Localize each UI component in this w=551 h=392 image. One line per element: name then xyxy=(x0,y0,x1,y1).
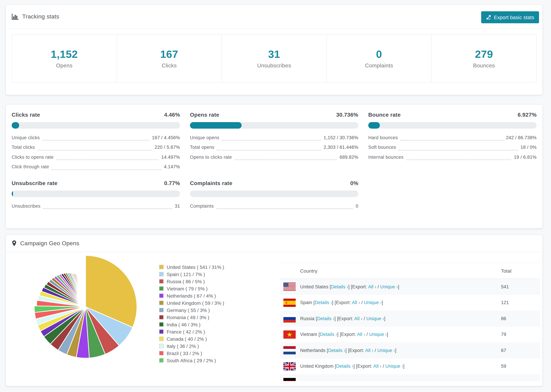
export-basic-stats-button[interactable]: Export basic stats xyxy=(481,11,539,23)
flag-vn-icon xyxy=(283,330,296,339)
legend-item[interactable]: Brazil ( 33 / 2% ) xyxy=(159,350,224,357)
export-unique-link[interactable]: Unique › xyxy=(380,284,398,289)
export-unique-link[interactable]: Unique › xyxy=(377,348,395,353)
country-name: Spain xyxy=(300,300,313,305)
legend-item[interactable]: South Africa ( 29 / 2% ) xyxy=(159,357,224,364)
legend-label: France ( 42 / 2% ) xyxy=(167,329,205,334)
export-unique-link[interactable]: Unique › xyxy=(364,300,382,305)
legend-label: Russia ( 86 / 5% ) xyxy=(167,279,205,284)
legend-item[interactable]: Vietnam ( 79 / 5% ) xyxy=(159,285,224,292)
bracket-text: ] xyxy=(398,284,399,289)
legend-item[interactable]: Spain ( 121 / 7% ) xyxy=(159,271,224,278)
country-name: United Kingdom xyxy=(300,364,335,369)
rate-detail-value: 0 xyxy=(356,203,358,209)
bracket-text: ] [Export: xyxy=(348,284,368,289)
rate-detail-value: 220 / 5.87% xyxy=(155,145,180,150)
rate-value: 30.736% xyxy=(336,112,358,118)
rate-progress-bar xyxy=(190,190,358,197)
legend-swatch xyxy=(159,358,164,363)
geo-pie-chart[interactable] xyxy=(33,254,139,360)
summary-stat-opens: 1,152Opens xyxy=(12,35,117,82)
table-row xyxy=(280,374,540,381)
export-unique-link[interactable]: Unique › xyxy=(385,364,403,369)
export-all-link[interactable]: All › xyxy=(365,348,373,353)
rate-progress-fill xyxy=(368,122,380,129)
legend-item[interactable]: United Kingdom ( 59 / 3% ) xyxy=(159,299,224,307)
bracket-text: ] xyxy=(382,300,383,305)
legend-swatch xyxy=(159,286,164,291)
rate-detail-label: Unique opens xyxy=(190,135,219,140)
legend-swatch xyxy=(159,272,164,276)
rate-title: Opens rate xyxy=(190,112,219,118)
rate-detail-row: Hard bounces242 / 86.738% xyxy=(368,133,537,142)
dashboard-page: Tracking stats Export basic stats 1,152O… xyxy=(0,0,551,392)
country-cell: Spain [Details ›] [Export: All › / Uniqu… xyxy=(300,300,383,305)
tracking-stats-header: Tracking stats Export basic stats xyxy=(6,5,543,29)
export-all-link[interactable]: All › xyxy=(354,316,362,321)
legend-item[interactable]: United States ( 541 / 31% ) xyxy=(159,263,224,271)
legend-swatch xyxy=(159,322,164,327)
geo-header: Campaign Geo Opens xyxy=(6,235,543,252)
dotted-leader xyxy=(401,138,503,141)
export-unique-link[interactable]: Unique › xyxy=(366,316,384,321)
legend-item[interactable]: Italy ( 36 / 2% ) xyxy=(159,343,224,350)
rate-detail-value: 689.82% xyxy=(340,155,358,160)
rate-title: Bounce rate xyxy=(368,112,401,118)
legend-item[interactable]: Russia ( 86 / 5% ) xyxy=(159,278,224,285)
total-cell: 59 xyxy=(501,364,506,369)
rate-progress-fill xyxy=(12,190,13,197)
separator-text: / xyxy=(373,348,377,353)
dotted-leader xyxy=(399,147,518,151)
separator-text: / xyxy=(376,284,380,289)
legend-label: Germany ( 55 / 3% ) xyxy=(167,307,210,313)
rate-detail-row: Clicks to opens rate14.497% xyxy=(12,152,180,162)
details-link[interactable]: Details › xyxy=(320,332,337,337)
legend-item[interactable]: Netherlands ( 67 / 4% ) xyxy=(159,292,224,299)
details-link[interactable]: Details › xyxy=(328,348,345,353)
total-cell: 541 xyxy=(501,284,509,289)
summary-value: 167 xyxy=(160,48,178,60)
details-link[interactable]: Details › xyxy=(331,284,348,289)
legend-item[interactable]: France ( 42 / 2% ) xyxy=(159,328,224,335)
rate-rows: Unique opens1,152 / 30.736%Total opens2,… xyxy=(190,133,358,162)
legend-swatch xyxy=(159,308,164,312)
bracket-text: ] xyxy=(387,332,388,337)
rate-detail-row: Internal bounces19 / 6.81% xyxy=(368,152,537,162)
export-all-link[interactable]: All › xyxy=(352,300,360,305)
legend-item[interactable]: Canada ( 40 / 2% ) xyxy=(159,335,224,343)
legend-item[interactable]: Germany ( 55 / 3% ) xyxy=(159,307,224,314)
rate-progress-bar xyxy=(190,122,358,129)
table-row: Spain [Details ›] [Export: All › / Uniqu… xyxy=(280,295,540,311)
export-all-link[interactable]: All › xyxy=(357,332,365,337)
table-row: United Kingdom [Details ›] [Export: All … xyxy=(280,358,540,374)
flag-es-icon xyxy=(283,299,296,307)
export-all-link[interactable]: All › xyxy=(368,284,376,289)
details-link[interactable]: Details › xyxy=(315,300,332,305)
separator-text: / xyxy=(365,332,369,337)
legend-item[interactable]: Romania ( 49 / 3% ) xyxy=(159,314,224,321)
tracking-stats-title: Tracking stats xyxy=(22,13,59,20)
rate-detail-label: Soft bounces xyxy=(368,145,396,150)
export-unique-link[interactable]: Unique › xyxy=(369,332,387,337)
legend-label: Spain ( 121 / 7% ) xyxy=(167,271,205,277)
rate-detail-value: 18 / 0% xyxy=(521,145,537,150)
details-link[interactable]: Details › xyxy=(317,316,334,321)
details-link[interactable]: Details › xyxy=(336,364,353,369)
export-button-label: Export basic stats xyxy=(494,14,534,20)
rate-title: Unsubscribe rate xyxy=(12,180,57,186)
dotted-leader xyxy=(222,138,321,141)
summary-value: 1,152 xyxy=(51,48,78,60)
country-name: Russia xyxy=(300,316,316,321)
rate-detail-label: Total opens xyxy=(190,145,214,150)
rate-detail-row: Complaints0 xyxy=(190,201,358,211)
legend-item[interactable]: India ( 46 / 3% ) xyxy=(159,321,224,328)
export-all-link[interactable]: All › xyxy=(373,364,381,369)
rate-detail-value: 2,303 / 61.446% xyxy=(324,145,358,150)
bracket-text: [ xyxy=(313,300,315,305)
legend-label: Netherlands ( 67 / 4% ) xyxy=(167,293,216,298)
bracket-text: [ xyxy=(327,348,328,353)
summary-value: 31 xyxy=(268,48,280,60)
summary-label: Opens xyxy=(56,63,72,69)
rate-detail-value: 31 xyxy=(175,203,180,209)
total-cell: 67 xyxy=(501,348,506,353)
